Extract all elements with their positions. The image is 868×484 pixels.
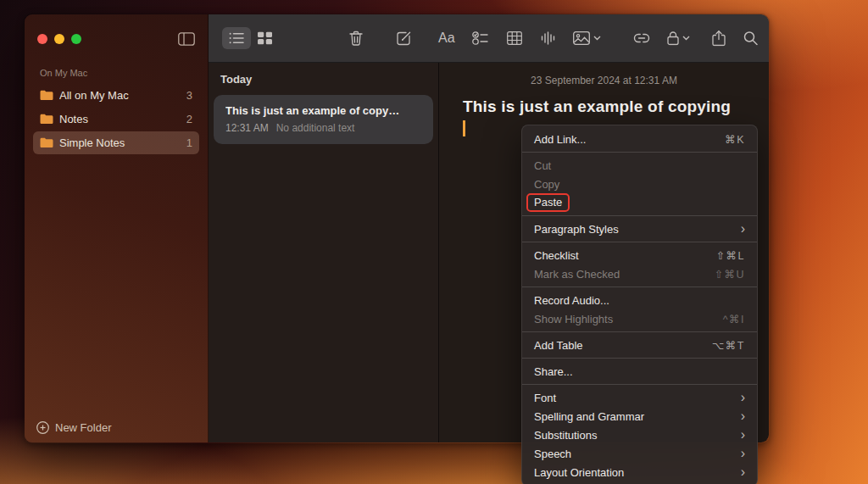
menu-item-label: Layout Orientation <box>534 466 624 479</box>
menu-item-add-link[interactable]: Add Link... ⌘K <box>522 130 757 148</box>
menu-item-shortcut: ^⌘I <box>723 313 745 325</box>
media-button[interactable] <box>573 31 590 45</box>
menu-item-paragraph-styles[interactable]: Paragraph Styles › <box>522 220 757 238</box>
note-title-text: This is just an example of copying <box>463 97 745 116</box>
menu-item-cut: Cut <box>522 156 757 175</box>
sidebar-item-all-on-my-mac[interactable]: All on My Mac 3 <box>33 84 199 107</box>
checklist-button[interactable] <box>472 31 488 45</box>
traffic-lights <box>37 34 81 44</box>
share-button[interactable] <box>712 31 726 47</box>
notes-list-section-header: Today <box>209 63 438 90</box>
sidebar-titlebar <box>25 14 208 63</box>
menu-item-paste[interactable]: Paste <box>522 193 757 212</box>
menu-item-label: Checklist <box>534 249 579 262</box>
menu-item-shortcut: ⇧⌘U <box>714 268 745 281</box>
folder-icon <box>40 90 53 101</box>
submenu-chevron-icon: › <box>741 428 745 442</box>
menu-item-copy: Copy <box>522 175 757 193</box>
new-folder-label: New Folder <box>55 421 111 434</box>
menu-item-font[interactable]: Font › <box>522 388 757 407</box>
menu-separator <box>522 384 757 385</box>
table-button[interactable] <box>507 31 522 45</box>
menu-separator <box>522 287 757 287</box>
menu-item-label: Show Highlights <box>534 313 613 325</box>
sidebar-item-simple-notes[interactable]: Simple Notes 1 <box>33 131 199 154</box>
folder-count: 3 <box>186 89 192 102</box>
folder-count: 2 <box>186 113 192 125</box>
toolbar: Aa <box>209 14 769 63</box>
menu-item-mark-as-checked: Mark as Checked ⇧⌘U <box>522 264 757 283</box>
media-chevron-down-icon[interactable] <box>593 36 601 41</box>
menu-separator <box>522 242 757 242</box>
submenu-chevron-icon: › <box>741 391 745 404</box>
menu-item-label: Speech <box>534 448 571 460</box>
lock-button[interactable] <box>667 31 679 46</box>
menu-separator <box>522 331 757 332</box>
menu-item-label: Add Link... <box>534 133 586 146</box>
menu-item-label: Add Table <box>534 339 583 352</box>
folder-label: Notes <box>59 113 181 125</box>
folder-label: All on My Mac <box>59 89 181 102</box>
submenu-chevron-icon: › <box>741 222 745 236</box>
menu-item-label: Mark as Checked <box>534 268 620 281</box>
sidebar-folder-list: All on My Mac 3 Notes 2 Simple Notes 1 <box>25 84 208 155</box>
menu-item-label: Cut <box>534 159 551 172</box>
plus-circle-icon <box>36 421 49 434</box>
menu-item-label: Font <box>534 392 556 404</box>
menu-item-add-table[interactable]: Add Table ⌥⌘T <box>522 336 757 354</box>
menu-item-spelling-and-grammar[interactable]: Spelling and Grammar › <box>522 407 757 426</box>
sidebar-item-notes[interactable]: Notes 2 <box>33 108 199 131</box>
folder-label: Simple Notes <box>59 136 181 149</box>
sidebar-section-label: On My Mac <box>25 63 208 84</box>
menu-separator <box>522 358 757 359</box>
context-menu: Add Link... ⌘K Cut Copy Paste Paragraph … <box>521 125 758 484</box>
note-item-title: This is just an example of copy… <box>225 104 421 117</box>
menu-item-shortcut: ⌥⌘T <box>712 339 745 352</box>
menu-item-label: Record Audio... <box>534 294 609 307</box>
format-button[interactable]: Aa <box>438 31 455 46</box>
menu-separator <box>522 152 757 153</box>
submenu-chevron-icon: › <box>741 409 745 423</box>
menu-item-label: Paste <box>526 193 570 212</box>
note-item-preview: No additional text <box>276 122 355 134</box>
menu-item-layout-orientation[interactable]: Layout Orientation › <box>522 463 757 481</box>
menu-item-label: Copy <box>534 178 559 191</box>
search-button[interactable] <box>743 31 758 46</box>
text-cursor <box>463 120 465 136</box>
folder-icon <box>40 114 53 125</box>
menu-item-checklist[interactable]: Checklist ⇧⌘L <box>522 246 757 264</box>
minimize-button[interactable] <box>54 34 64 44</box>
audio-waveform-button[interactable] <box>541 31 555 45</box>
menu-separator <box>522 215 757 216</box>
submenu-chevron-icon: › <box>741 465 745 479</box>
menu-item-share[interactable]: Share... <box>522 362 757 381</box>
menu-item-label: Spelling and Grammar <box>534 410 644 423</box>
compose-button[interactable] <box>396 31 412 47</box>
notes-list-column: Today This is just an example of copy… 1… <box>209 63 439 442</box>
new-folder-button[interactable]: New Folder <box>36 421 111 434</box>
menu-item-shortcut: ⌘K <box>725 133 745 146</box>
folder-count: 1 <box>186 136 192 149</box>
sidebar: On My Mac All on My Mac 3 Notes 2 Simple… <box>25 14 209 442</box>
menu-item-label: Paragraph Styles <box>534 223 619 236</box>
sidebar-toggle-icon[interactable] <box>178 32 195 46</box>
zoom-button[interactable] <box>71 34 81 44</box>
lock-chevron-down-icon[interactable] <box>682 36 690 41</box>
trash-button[interactable] <box>349 31 363 46</box>
folder-icon <box>40 137 53 148</box>
note-item-time: 12:31 AM <box>225 122 269 134</box>
gallery-view-button[interactable] <box>258 32 272 45</box>
menu-item-speech[interactable]: Speech › <box>522 444 757 463</box>
note-list-item[interactable]: This is just an example of copy… 12:31 A… <box>214 95 433 144</box>
menu-item-substitutions[interactable]: Substitutions › <box>522 426 757 444</box>
note-date-line: 23 September 2024 at 12:31 AM <box>439 63 769 86</box>
link-button[interactable] <box>633 33 650 43</box>
list-view-button[interactable] <box>222 27 251 49</box>
submenu-chevron-icon: › <box>741 447 745 460</box>
menu-item-label: Substitutions <box>534 429 597 442</box>
menu-item-label: Share... <box>534 365 573 378</box>
menu-item-shortcut: ⇧⌘L <box>716 249 745 262</box>
close-button[interactable] <box>37 34 47 44</box>
menu-item-record-audio[interactable]: Record Audio... <box>522 291 757 309</box>
menu-item-show-highlights: Show Highlights ^⌘I <box>522 309 757 328</box>
